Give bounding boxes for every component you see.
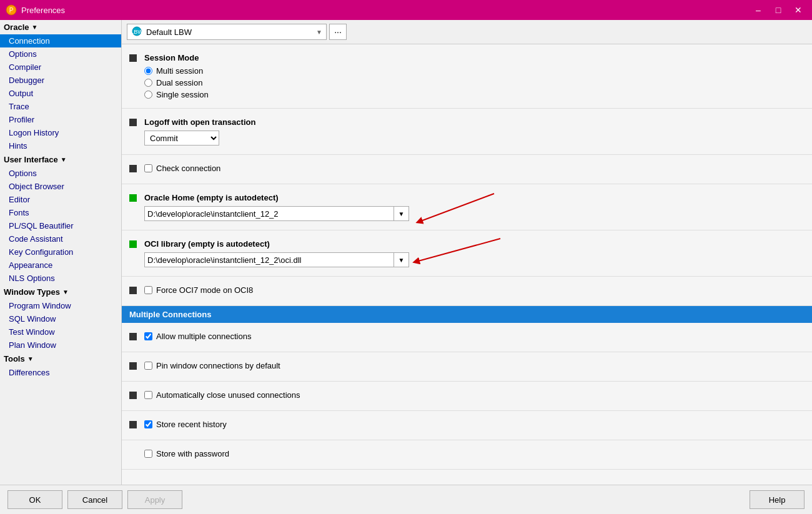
store-password-checkbox[interactable] [144, 450, 152, 458]
radio-single-session-input[interactable] [144, 91, 152, 99]
apply-button[interactable]: Apply [127, 490, 182, 509]
oracle-home-row: Oracle Home (empty is autodetect) ▼ [129, 189, 805, 225]
check-connection-checkbox[interactable] [144, 164, 152, 172]
radio-dual-session-label: Dual session [156, 78, 202, 87]
sidebar-item-debugger[interactable]: Debugger [0, 74, 121, 87]
user-interface-group-label: User Interface [4, 155, 58, 164]
session-mode-section: Session Mode Multi session Dual session [122, 44, 812, 109]
auto-close-text: Automatically close unused connections [156, 390, 300, 400]
sidebar-item-sql-window[interactable]: SQL Window [0, 312, 121, 325]
sidebar-group-oracle[interactable]: Oracle ▼ [0, 20, 121, 34]
oracle-group-arrow: ▼ [31, 24, 37, 31]
auto-close-checkbox[interactable] [144, 391, 152, 399]
logoff-row: Logoff with open transaction Commit Roll… [129, 114, 805, 149]
sidebar-item-hints[interactable]: Hints [0, 139, 121, 152]
logoff-select[interactable]: Commit Rollback [144, 131, 219, 146]
sidebar-item-code-assistant[interactable]: Code Assistant [0, 232, 121, 245]
sidebar-item-program-window[interactable]: Program Window [0, 299, 121, 312]
radio-multi-session[interactable]: Multi session [144, 66, 805, 76]
minimize-button[interactable]: – [750, 3, 767, 17]
ok-button[interactable]: OK [7, 490, 62, 509]
store-history-text: Store recent history [156, 420, 227, 429]
more-button[interactable]: ··· [329, 24, 347, 40]
check-connection-indicator [129, 165, 139, 175]
sidebar-item-differences[interactable]: Differences [0, 366, 121, 379]
force-oci7-label[interactable]: Force OCI7 mode on OCI8 [144, 285, 805, 295]
sidebar-item-connection[interactable]: Connection [0, 34, 121, 47]
force-oci7-checkbox[interactable] [144, 286, 152, 294]
session-mode-content: Session Mode Multi session Dual session [144, 53, 805, 99]
pin-window-indicator [129, 362, 139, 372]
store-history-content: Store recent history [144, 420, 805, 429]
oracle-home-arrow[interactable]: ▼ [394, 206, 409, 221]
radio-single-session[interactable]: Single session [144, 90, 805, 99]
logoff-indicator [129, 119, 139, 129]
session-mode-title: Session Mode [144, 53, 805, 62]
sidebar-item-nls-options[interactable]: NLS Options [0, 272, 121, 285]
sidebar-item-output[interactable]: Output [0, 87, 121, 100]
oci-library-arrow[interactable]: ▼ [394, 252, 409, 267]
pin-window-checkbox[interactable] [144, 362, 152, 370]
store-password-text: Store with password [156, 449, 229, 458]
sidebar-item-plan-window[interactable]: Plan Window [0, 339, 121, 352]
close-button[interactable]: ✕ [790, 3, 807, 17]
pin-window-content: Pin window connections by default [144, 361, 805, 370]
sidebar-item-logon-history[interactable]: Logon History [0, 126, 121, 139]
store-history-section: Store recent history [122, 411, 812, 440]
sidebar-item-appearance[interactable]: Appearance [0, 259, 121, 272]
bottom-bar: OK Cancel Apply Help [0, 485, 812, 514]
cancel-button[interactable]: Cancel [67, 490, 122, 509]
oracle-home-input-row: ▼ [144, 206, 805, 221]
store-password-content: Store with password [144, 449, 805, 458]
sidebar-item-options-ui[interactable]: Options [0, 167, 121, 180]
oci-library-content: OCI library (empty is autodetect) ▼ [144, 239, 805, 267]
oracle-group-label: Oracle [4, 22, 29, 32]
app-icon: P [5, 4, 17, 16]
store-password-indicator [129, 450, 139, 460]
oci-library-title: OCI library (empty is autodetect) [144, 239, 805, 249]
pin-window-section: Pin window connections by default [122, 352, 812, 382]
sidebar-item-object-browser[interactable]: Object Browser [0, 180, 121, 193]
sidebar-item-compiler[interactable]: Compiler [0, 61, 121, 74]
sidebar-group-user-interface[interactable]: User Interface ▼ [0, 152, 121, 167]
radio-dual-session[interactable]: Dual session [144, 78, 805, 87]
help-button[interactable]: Help [750, 490, 805, 509]
sidebar-item-key-configuration[interactable]: Key Configuration [0, 245, 121, 259]
sidebar-item-profiler[interactable]: Profiler [0, 113, 121, 126]
sidebar-item-test-window[interactable]: Test Window [0, 325, 121, 339]
allow-multiple-indicator [129, 333, 139, 343]
radio-multi-session-input[interactable] [144, 67, 152, 75]
maximize-button[interactable]: □ [770, 3, 787, 17]
pin-window-label[interactable]: Pin window connections by default [144, 361, 805, 370]
profile-icon: LBW [131, 26, 142, 39]
store-password-row: Store with password [129, 445, 805, 464]
session-mode-indicator [129, 54, 139, 64]
sidebar-item-editor[interactable]: Editor [0, 193, 121, 206]
check-connection-label[interactable]: Check connection [144, 164, 805, 173]
sidebar-item-plsql-beautifier[interactable]: PL/SQL Beautifier [0, 219, 121, 232]
profile-dropdown[interactable]: LBW Default LBW ▼ [127, 24, 327, 40]
sidebar-item-trace[interactable]: Trace [0, 100, 121, 113]
auto-close-content: Automatically close unused connections [144, 390, 805, 400]
oci-library-indicator [129, 240, 139, 250]
sidebar-group-window-types[interactable]: Window Types ▼ [0, 285, 121, 299]
sidebar-scroll: Oracle ▼ Connection Options Compiler Deb… [0, 20, 121, 485]
oci-library-input[interactable] [144, 252, 394, 267]
radio-dual-session-input[interactable] [144, 79, 152, 87]
oracle-home-input[interactable] [144, 206, 394, 221]
multiple-connections-header: Multiple Connections [122, 306, 812, 323]
allow-multiple-label[interactable]: Allow multiple connections [144, 332, 805, 341]
store-history-label[interactable]: Store recent history [144, 420, 805, 429]
sidebar-item-options-oracle[interactable]: Options [0, 47, 121, 61]
oracle-home-indicator [129, 194, 139, 204]
store-history-checkbox[interactable] [144, 420, 152, 428]
sidebar-item-fonts[interactable]: Fonts [0, 206, 121, 219]
allow-multiple-content: Allow multiple connections [144, 332, 805, 341]
sidebar-group-tools[interactable]: Tools ▼ [0, 352, 121, 366]
allow-multiple-checkbox[interactable] [144, 332, 152, 340]
content-area: LBW Default LBW ▼ ··· Session Mode [122, 20, 812, 485]
auto-close-label[interactable]: Automatically close unused connections [144, 390, 805, 400]
store-password-label[interactable]: Store with password [144, 449, 805, 458]
store-history-row: Store recent history [129, 416, 805, 435]
store-password-section: Store with password [122, 440, 812, 470]
